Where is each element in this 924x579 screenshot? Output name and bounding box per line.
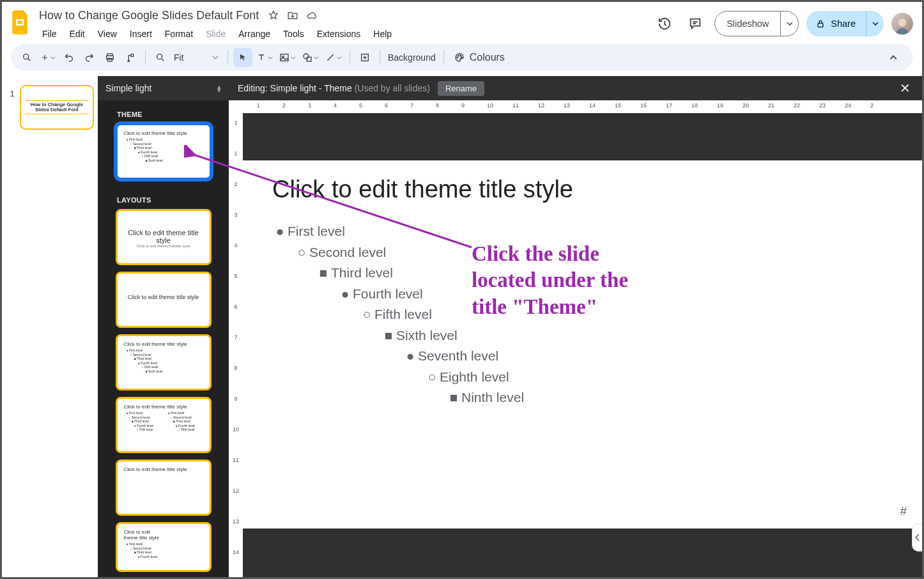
filmstrip-slide-1[interactable]: How to Change Google Slides Default Font	[20, 85, 94, 130]
menu-extensions[interactable]: Extensions	[311, 26, 366, 42]
zoom-value[interactable]: Fit	[174, 52, 208, 63]
undo-button[interactable]	[59, 48, 79, 67]
toolbar-collapse-button[interactable]	[884, 48, 903, 67]
theme-body-placeholder[interactable]: ●First level ○Second level ■Third level …	[272, 221, 893, 408]
svg-point-14	[457, 57, 458, 58]
zoom-dropdown-icon[interactable]	[212, 56, 219, 59]
share-button[interactable]: Share	[806, 19, 866, 29]
star-icon[interactable]	[268, 10, 279, 21]
thumb-title: Click to edit theme title style	[124, 467, 203, 472]
thumb-title: Click to edit theme title style	[124, 404, 203, 410]
menu-help[interactable]: Help	[367, 26, 397, 42]
filmstrip-slide-title: How to Change Google Slides Default Font	[25, 100, 89, 115]
share-label: Share	[831, 19, 856, 29]
share-dropdown[interactable]	[866, 11, 884, 36]
toolbar: Fit Background Colours	[11, 44, 913, 71]
svg-point-8	[157, 54, 162, 59]
menu-file[interactable]: File	[36, 26, 63, 42]
thumb-sub: Click to edit theme subtitle style	[124, 244, 203, 248]
svg-point-17	[461, 57, 462, 58]
explore-tab[interactable]	[912, 523, 922, 552]
lock-icon	[815, 19, 826, 29]
slides-logo[interactable]	[8, 10, 34, 35]
thumb-title: Click to edit theme title style	[124, 341, 203, 347]
theme-master-thumb[interactable]: Click to edit theme title style ● First …	[116, 123, 212, 180]
menu-bar: File Edit View Insert Format Slide Arran…	[36, 26, 397, 42]
svg-point-3	[898, 19, 907, 27]
svg-rect-1	[17, 21, 22, 24]
slideshow-group: Slideshow	[714, 11, 799, 36]
slideshow-button[interactable]: Slideshow	[715, 12, 780, 36]
thumb-levels: ● First level ○ Second level ■ Third lev…	[124, 348, 203, 373]
vertical-ruler[interactable]: 11234567891011121314	[229, 100, 243, 577]
theme-picker-label: Simple light	[105, 83, 151, 93]
menu-slide: Slide	[200, 26, 231, 42]
colours-button[interactable]: Colours	[449, 48, 510, 67]
colours-label: Colours	[470, 52, 505, 63]
textbox-button[interactable]	[254, 48, 275, 67]
layout-thumb-1[interactable]: Click to edit theme title style Click to…	[116, 209, 212, 265]
canvas-area: 1234567891011121314151617181920212223242…	[229, 100, 922, 577]
slide-number: 1	[6, 85, 15, 568]
version-history-icon[interactable]	[653, 12, 676, 35]
layout-thumb-2[interactable]: Click to edit theme title style	[116, 272, 212, 328]
svg-point-16	[460, 56, 461, 57]
theme-picker[interactable]: Simple light ▴▾	[98, 76, 229, 100]
slide-canvas[interactable]: Click to edit theme title style ●First l…	[243, 160, 922, 529]
document-title[interactable]: How to Change Google Slides Default Font	[36, 9, 261, 22]
layout-thumb-3[interactable]: Click to edit theme title style ● First …	[116, 334, 212, 390]
editor-header-text: Editing: Simple light - Theme (Used by a…	[238, 83, 430, 93]
svg-point-11	[304, 54, 309, 59]
cloud-status-icon[interactable]	[306, 10, 318, 21]
thumb-title: Click to edit theme title style	[124, 130, 203, 136]
account-avatar[interactable]	[891, 13, 913, 35]
editor-header: Editing: Simple light - Theme (Used by a…	[229, 76, 922, 100]
redo-button[interactable]	[80, 48, 99, 67]
slide-number-placeholder[interactable]: #	[900, 504, 907, 518]
menu-insert[interactable]: Insert	[124, 26, 158, 42]
menu-view[interactable]: View	[92, 26, 123, 42]
comments-icon[interactable]	[684, 12, 707, 35]
theme-section-label: THEME	[98, 100, 229, 123]
insert-placeholder-button[interactable]	[355, 48, 374, 67]
svg-point-15	[458, 56, 459, 57]
zoom-button[interactable]	[151, 48, 170, 67]
new-slide-button[interactable]	[38, 48, 58, 67]
share-group: Share	[806, 11, 884, 36]
thumb-levels: ● First level ○ Second level ■ Third lev…	[124, 542, 203, 559]
thumb-levels: ● First level ○ Second level ■ Third lev…	[124, 137, 203, 162]
move-icon[interactable]	[287, 10, 298, 21]
editor: Editing: Simple light - Theme (Used by a…	[229, 76, 922, 577]
thumb-title: Click to edit theme title style	[124, 294, 203, 300]
background-button[interactable]: Background	[385, 52, 438, 63]
layout-thumb-6[interactable]: Click to edit theme title style ● First …	[116, 522, 212, 572]
close-editor-button[interactable]: ✕	[897, 81, 913, 96]
menu-format[interactable]: Format	[159, 26, 199, 42]
menu-arrange[interactable]: Arrange	[233, 26, 276, 42]
layout-thumb-5[interactable]: Click to edit theme title style	[116, 459, 212, 516]
search-menus-button[interactable]	[17, 48, 36, 67]
menu-edit[interactable]: Edit	[64, 26, 91, 42]
print-button[interactable]	[100, 48, 119, 67]
filmstrip: 1 How to Change Google Slides Default Fo…	[2, 76, 98, 577]
layouts-section-label: LAYOUTS	[98, 186, 229, 209]
thumb-levels: ● First level ○ Second level ■ Third lev…	[166, 411, 203, 432]
horizontal-ruler[interactable]: 1234567891011121314151617181920212223242	[243, 100, 922, 113]
theme-picker-chevrons-icon: ▴▾	[217, 84, 221, 92]
paint-format-button[interactable]	[121, 48, 140, 67]
theme-title-placeholder[interactable]: Click to edit theme title style	[272, 176, 893, 203]
slideshow-dropdown[interactable]	[780, 12, 798, 36]
svg-rect-2	[818, 23, 823, 27]
line-button[interactable]	[323, 48, 344, 67]
shape-button[interactable]	[300, 48, 321, 67]
rename-button[interactable]: Rename	[438, 81, 484, 96]
insert-image-button[interactable]	[277, 48, 298, 67]
app-header: How to Change Google Slides Default Font…	[2, 2, 922, 40]
svg-rect-9	[281, 54, 288, 61]
thumb-title: Click to edit theme title style	[124, 229, 203, 244]
thumb-title: Click to edit theme title style	[124, 529, 164, 541]
menu-tools[interactable]: Tools	[277, 26, 310, 42]
theme-panel: Simple light ▴▾ THEME Click to edit them…	[98, 76, 229, 577]
layout-thumb-4[interactable]: Click to edit theme title style ● First …	[116, 397, 212, 453]
select-tool-button[interactable]	[233, 48, 252, 67]
